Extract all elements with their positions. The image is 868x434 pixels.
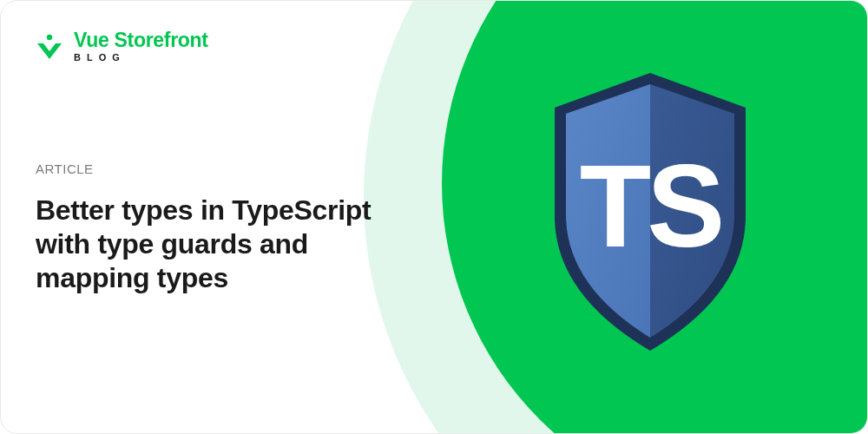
article-title: Better types in TypeScript with type gua… bbox=[36, 194, 418, 295]
brand-text: Vue Storefront BLOG bbox=[74, 30, 208, 62]
typescript-shield-icon: TS bbox=[524, 69, 776, 355]
category-label: ARTICLE bbox=[36, 161, 418, 176]
article-content: ARTICLE Better types in TypeScript with … bbox=[36, 161, 418, 295]
brand-name: Vue Storefront bbox=[74, 30, 208, 50]
shield-text: TS bbox=[580, 141, 721, 272]
brand-subtitle: BLOG bbox=[74, 53, 208, 62]
vue-storefront-logo-icon bbox=[36, 33, 63, 61]
svg-point-0 bbox=[47, 34, 52, 39]
blog-card: Vue Storefront BLOG ARTICLE Better types… bbox=[0, 0, 868, 434]
brand-header: Vue Storefront BLOG bbox=[36, 30, 208, 62]
